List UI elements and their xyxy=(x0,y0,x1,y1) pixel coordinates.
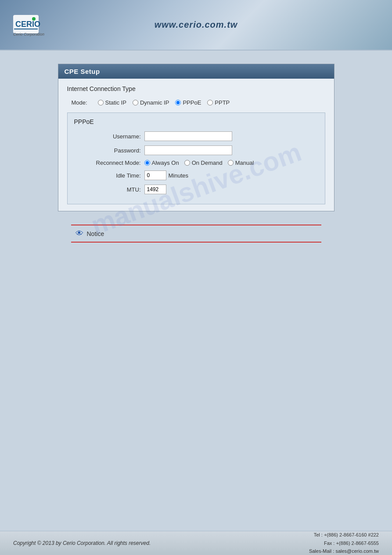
password-row: Password: xyxy=(74,145,318,155)
username-label: Username: xyxy=(74,133,144,140)
radio-pptp-label: PPTP xyxy=(215,99,230,106)
radio-pptp-input[interactable] xyxy=(207,100,213,105)
logo-area: CERIO Cerio Corporation xyxy=(13,13,66,37)
reconnect-manual-label: Manual xyxy=(235,160,254,166)
radio-dynamic-ip[interactable]: Dynamic IP xyxy=(133,99,169,106)
radio-dynamic-ip-input[interactable] xyxy=(133,100,138,105)
reconnect-always-on-input[interactable] xyxy=(144,160,150,166)
svg-text:Cerio Corporation: Cerio Corporation xyxy=(13,32,44,36)
reconnect-on-demand-label: On Demand xyxy=(192,160,223,166)
radio-static-ip-label: Static IP xyxy=(105,99,126,106)
footer-contact: Tel : +(886) 2-8667-6160 #222 Fax : +(88… xyxy=(309,531,379,555)
svg-text:CERIO: CERIO xyxy=(15,20,40,29)
reconnect-options: Always On On Demand Manual xyxy=(144,160,254,166)
cpe-setup-body: Internet Connection Type Mode: Static IP… xyxy=(58,79,334,211)
pppoe-title: PPPoE xyxy=(74,118,318,125)
internet-connection-type-label: Internet Connection Type xyxy=(67,85,325,94)
header-url: www.cerio.com.tw xyxy=(155,20,238,30)
username-input[interactable] xyxy=(144,131,232,141)
minutes-label: Minutes xyxy=(169,172,189,179)
svg-point-2 xyxy=(32,17,36,21)
reconnect-on-demand-input[interactable] xyxy=(184,160,190,166)
notice-inner: 👁 Notice xyxy=(76,229,317,238)
reconnect-mode-row: Reconnect Mode: Always On On Demand M xyxy=(74,160,318,166)
mtu-label: MTU: xyxy=(74,186,144,193)
reconnect-always-on-label: Always On xyxy=(152,160,179,166)
header: CERIO Cerio Corporation www.cerio.com.tw xyxy=(0,0,392,51)
cpe-setup-box: CPE Setup Internet Connection Type Mode:… xyxy=(58,64,334,211)
radio-pppoe-input[interactable] xyxy=(175,100,181,105)
cpe-setup-title: CPE Setup xyxy=(58,64,334,79)
notice-section: 👁 Notice xyxy=(71,225,321,243)
reconnect-on-demand[interactable]: On Demand xyxy=(184,160,223,166)
reconnect-manual-input[interactable] xyxy=(228,160,234,166)
mode-label: Mode: xyxy=(72,99,94,106)
password-input[interactable] xyxy=(144,145,232,155)
idle-time-row: Idle Time: Minutes xyxy=(74,170,318,180)
radio-pppoe-label: PPPoE xyxy=(183,99,201,106)
idle-time-input[interactable] xyxy=(144,170,166,180)
notice-label: Notice xyxy=(87,230,104,237)
main-content: manualshive.com CPE Setup Internet Conne… xyxy=(0,51,392,534)
svg-rect-3 xyxy=(14,29,38,29)
mode-radio-group: Static IP Dynamic IP PPPoE PPTP xyxy=(98,99,230,106)
footer-email: Sales-Mail : sales@cerio.com.tw xyxy=(309,547,379,555)
mode-row: Mode: Static IP Dynamic IP PPPoE xyxy=(67,99,325,106)
radio-static-ip[interactable]: Static IP xyxy=(98,99,126,106)
footer-fax: Fax : +(886) 2-8667-6555 xyxy=(309,539,379,548)
pppoe-section: PPPoE Username: Password: Reconnect Mode… xyxy=(67,112,325,204)
reconnect-always-on[interactable]: Always On xyxy=(144,160,179,166)
idle-time-label: Idle Time: xyxy=(74,172,144,179)
reconnect-mode-label: Reconnect Mode: xyxy=(74,160,144,166)
username-row: Username: xyxy=(74,131,318,141)
password-label: Password: xyxy=(74,147,144,154)
radio-pppoe[interactable]: PPPoE xyxy=(175,99,201,106)
radio-static-ip-input[interactable] xyxy=(98,100,104,105)
mtu-input[interactable] xyxy=(144,185,166,194)
cerio-logo: CERIO Cerio Corporation xyxy=(13,13,66,37)
footer-tel: Tel : +(886) 2-8667-6160 #222 xyxy=(309,531,379,539)
radio-dynamic-ip-label: Dynamic IP xyxy=(140,99,169,106)
eye-icon: 👁 xyxy=(76,229,83,238)
reconnect-manual[interactable]: Manual xyxy=(228,160,254,166)
radio-pptp[interactable]: PPTP xyxy=(207,99,230,106)
mtu-row: MTU: xyxy=(74,185,318,194)
footer-copyright: Copyright © 2013 by Cerio Corporation. A… xyxy=(13,540,151,546)
footer: Copyright © 2013 by Cerio Corporation. A… xyxy=(0,531,392,555)
